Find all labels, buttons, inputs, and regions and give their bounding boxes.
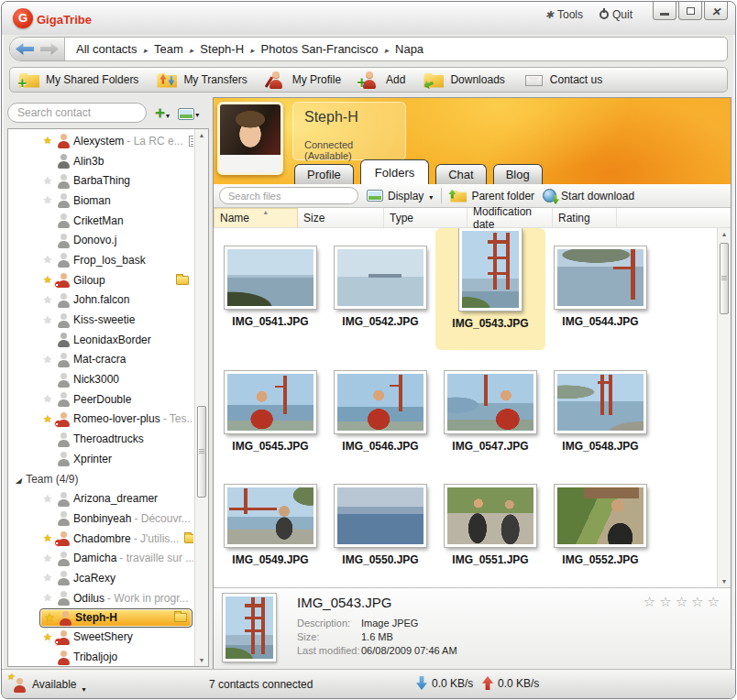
column-header[interactable]: Size <box>298 208 384 227</box>
minimize-button[interactable] <box>653 2 676 20</box>
breadcrumb-item[interactable]: All contacts <box>76 42 154 56</box>
display-button[interactable]: Display <box>367 190 433 202</box>
restore-button[interactable] <box>678 2 702 20</box>
my-profile-button[interactable]: My Profile <box>266 71 341 89</box>
tab-blog[interactable]: Blog <box>493 164 543 184</box>
favorite-star-icon <box>41 176 54 186</box>
file-item[interactable]: IMG_0552.JPG <box>545 475 655 587</box>
tools-button[interactable]: Tools <box>545 8 583 21</box>
breadcrumb-item[interactable]: Steph-H <box>200 42 260 56</box>
contact-name: Romeo-lover-plus <box>73 412 160 425</box>
contact-row[interactable]: Donovo.j <box>8 230 193 250</box>
contact-row[interactable]: Steph-H <box>39 608 192 628</box>
contact-row[interactable]: BarbaThing <box>8 170 193 191</box>
contact-row[interactable]: CriketMan <box>8 211 193 231</box>
tab-folders[interactable]: Folders <box>360 159 429 184</box>
contact-row[interactable]: Xprinter <box>8 449 193 469</box>
contact-row[interactable]: Kiss-sweetie <box>8 310 193 330</box>
contact-row[interactable]: Bioman <box>8 191 193 211</box>
scroll-down-icon[interactable]: ▼ <box>195 657 208 663</box>
add-contact-button[interactable] <box>155 105 170 121</box>
scroll-up-icon[interactable]: ▲ <box>195 132 208 138</box>
file-item[interactable]: IMG_0547.JPG <box>435 361 545 475</box>
contact-row[interactable]: John.falcon <box>8 290 193 311</box>
column-header[interactable]: Modification date <box>468 208 553 227</box>
file-item[interactable]: IMG_0548.JPG <box>545 361 655 475</box>
forward-arrow-icon[interactable] <box>40 43 59 55</box>
breadcrumb-item[interactable]: Photos San-Francisco <box>261 42 395 56</box>
blocked-badge-icon <box>54 539 62 547</box>
start-download-button[interactable]: Start download <box>543 189 634 202</box>
team-group-header[interactable]: Team (4/9) <box>8 469 193 489</box>
contact-row[interactable]: Frop_los_bask <box>8 250 193 270</box>
file-item[interactable]: IMG_0549.JPG <box>215 475 325 587</box>
contact-display-button[interactable] <box>178 106 199 120</box>
contact-row[interactable]: Bonbinyeah - Découvr... <box>8 509 193 529</box>
contact-row[interactable]: Giloup <box>8 270 193 290</box>
file-item[interactable]: IMG_0550.JPG <box>325 475 435 587</box>
column-header[interactable]: Name <box>214 208 298 227</box>
scroll-up-icon[interactable]: ▲ <box>718 231 731 237</box>
contact-row[interactable]: Romeo-lover-plus - Tes... <box>8 410 193 430</box>
add-button[interactable]: Add <box>359 71 405 89</box>
tab-profile[interactable]: Profile <box>294 164 354 184</box>
contact-list-scrollbar[interactable]: ▲ ▼ <box>194 129 208 666</box>
rating-star-icon[interactable] <box>640 594 655 609</box>
profile-tabs: Profile Folders Chat Blog <box>294 159 543 184</box>
breadcrumb-item[interactable]: Napa <box>395 42 424 56</box>
favorite-star-icon <box>41 632 54 642</box>
parent-folder-button[interactable]: Parent folder <box>450 190 534 202</box>
rating-star-icon[interactable] <box>672 594 688 609</box>
contact-avatar-icon <box>57 411 71 427</box>
rating-star-icon[interactable] <box>655 594 671 609</box>
file-item[interactable]: IMG_0544.JPG <box>545 228 655 361</box>
quit-button[interactable]: Quit <box>600 8 632 21</box>
file-item[interactable]: IMG_0551.JPG <box>435 475 545 587</box>
column-header[interactable]: Rating <box>553 208 617 227</box>
contact-row[interactable]: Damicha - travaille sur ... <box>8 548 193 568</box>
description-value: Image JPEG <box>361 618 457 629</box>
rating-star-icon[interactable] <box>688 594 703 609</box>
search-contact-input[interactable] <box>7 103 147 123</box>
contact-row[interactable]: Arizona_dreamer <box>8 488 193 509</box>
my-transfers-button[interactable]: My Transfers <box>157 71 247 89</box>
file-item[interactable]: IMG_0541.JPG <box>215 228 325 361</box>
contact-status-message: - travaille sur ... <box>119 552 193 564</box>
contact-row[interactable]: PeerDouble <box>8 389 193 410</box>
contact-row[interactable]: Nick3000 <box>8 369 193 389</box>
contact-row[interactable]: Theroadtrucks <box>8 429 193 449</box>
file-item[interactable]: IMG_0545.JPG <box>215 361 325 475</box>
breadcrumb-item[interactable]: Team <box>154 42 200 56</box>
file-item[interactable]: IMG_0546.JPG <box>325 361 435 475</box>
search-files-input[interactable] <box>219 187 358 204</box>
contact-row[interactable]: Mat-cracra <box>8 350 193 370</box>
back-arrow-icon[interactable] <box>16 43 34 55</box>
contact-row[interactable]: Alexystem - La RC e... <box>8 131 193 151</box>
contact-row[interactable]: Alin3b <box>8 151 193 171</box>
scrollbar-thumb[interactable] <box>197 406 206 498</box>
scrollbar-thumb[interactable] <box>720 243 729 314</box>
file-grid-scrollbar[interactable]: ▲ ▼ <box>717 228 731 587</box>
rating-stars[interactable] <box>640 594 720 610</box>
downloads-button[interactable]: Downloads <box>424 71 504 89</box>
contact-row[interactable]: SweetShery <box>8 628 193 648</box>
my-shared-folders-button[interactable]: My Shared Folders <box>19 71 138 89</box>
favorite-star-icon <box>41 414 54 424</box>
rating-star-icon[interactable] <box>704 594 720 609</box>
availability-selector[interactable]: Available <box>9 675 86 693</box>
contact-row[interactable]: LeonidaxBorder <box>8 330 193 350</box>
tab-chat[interactable]: Chat <box>435 164 486 184</box>
contact-row[interactable]: Odilus - Work in progr... <box>8 588 193 608</box>
contact-row[interactable]: JcaRexy <box>8 568 193 588</box>
file-item[interactable]: IMG_0543.JPG <box>435 228 545 350</box>
toolbar-icon <box>523 71 544 89</box>
contact-row[interactable]: Chadombre - J'utilis... <box>8 529 193 549</box>
close-button[interactable] <box>704 2 728 20</box>
file-item[interactable]: IMG_0542.JPG <box>325 228 435 361</box>
contact-avatar-icon <box>57 491 71 507</box>
column-header[interactable]: Type <box>384 208 468 227</box>
contact-row[interactable]: Tribaljojo <box>8 647 193 666</box>
scroll-down-icon[interactable]: ▼ <box>718 578 731 585</box>
contact-us-button[interactable]: Contact us <box>523 71 602 89</box>
profile-photo <box>217 102 283 175</box>
